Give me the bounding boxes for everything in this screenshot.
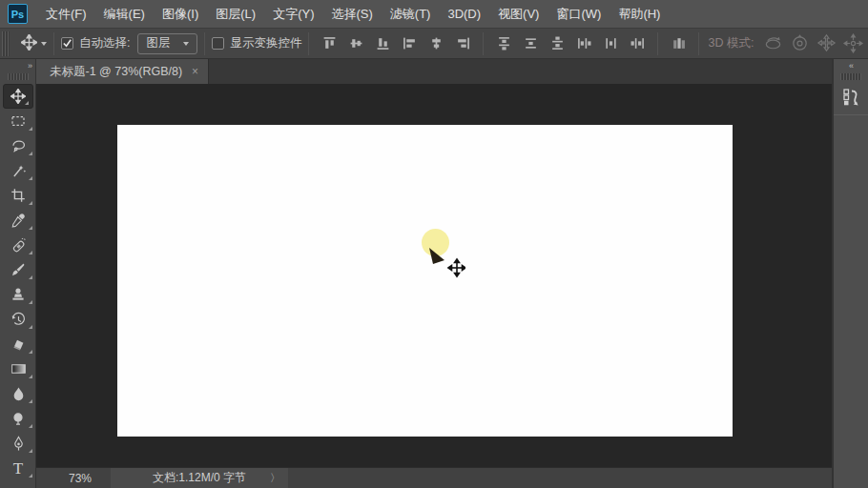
- menu-help[interactable]: 帮助(H): [610, 0, 669, 28]
- tool-type[interactable]: T: [0, 456, 36, 480]
- 3d-pan-icon: [815, 32, 837, 55]
- auto-select-target-dropdown[interactable]: 图层: [137, 33, 197, 54]
- show-transform-checkbox[interactable]: [212, 37, 224, 50]
- tool-flyout-indicator: [29, 350, 32, 354]
- tool-spot-healing-brush[interactable]: [0, 233, 36, 257]
- tool-dodge[interactable]: [0, 406, 36, 431]
- panel-grip[interactable]: [840, 73, 861, 80]
- history-panel-icon: [840, 87, 861, 108]
- tools-panel-header[interactable]: »: [0, 59, 35, 71]
- align-bottom-edges-icon[interactable]: [371, 32, 394, 55]
- tool-pen[interactable]: [0, 431, 36, 456]
- distribute-top-edges-icon[interactable]: [492, 32, 515, 55]
- tool-history-brush[interactable]: [0, 307, 36, 332]
- auto-select-checkbox[interactable]: [61, 37, 73, 50]
- 3d-rotate-icon: [761, 32, 784, 55]
- tool-clone-stamp[interactable]: [0, 282, 36, 307]
- tool-move[interactable]: [3, 84, 33, 109]
- tool-blur[interactable]: [0, 381, 36, 406]
- tool-lasso[interactable]: [0, 133, 36, 158]
- separator: [308, 32, 309, 55]
- tool-flyout-indicator: [29, 375, 32, 378]
- canvas-document[interactable]: [117, 125, 733, 437]
- 3d-mode-label: 3D 模式:: [708, 35, 754, 51]
- distribute-bottom-edges-icon[interactable]: [546, 32, 568, 55]
- document-tab-bar: 未标题-1 @ 73%(RGB/8) ×: [36, 59, 832, 84]
- cursor-arrow: [429, 248, 444, 264]
- menu-window[interactable]: 窗口(W): [548, 0, 610, 28]
- close-icon[interactable]: ×: [192, 65, 198, 78]
- menu-image[interactable]: 图像(I): [154, 0, 207, 28]
- canvas-pasteboard[interactable]: [36, 84, 832, 467]
- document-tab[interactable]: 未标题-1 @ 73%(RGB/8) ×: [36, 59, 209, 84]
- active-tool-preset[interactable]: [21, 34, 47, 53]
- menu-layer[interactable]: 图层(L): [207, 0, 264, 28]
- check-icon: [62, 38, 72, 49]
- separator: [698, 32, 699, 55]
- tool-flyout-indicator: [29, 152, 32, 155]
- tool-flyout-indicator: [29, 449, 32, 453]
- align-horizontal-centers-icon[interactable]: [424, 32, 447, 55]
- divider: [834, 114, 868, 115]
- chevron-down-icon: [41, 42, 47, 46]
- separator: [204, 32, 205, 55]
- document-info[interactable]: 文档:1.12M/0 字节 〉: [111, 468, 288, 488]
- panel-grip[interactable]: [8, 73, 29, 80]
- type-tool-icon: T: [13, 460, 23, 477]
- tool-flyout-indicator: [29, 127, 32, 131]
- auto-select-label: 自动选择:: [79, 35, 130, 51]
- document-tab-title: 未标题-1 @ 73%(RGB/8): [50, 64, 182, 80]
- tool-flyout-indicator: [29, 424, 32, 428]
- tool-flyout-indicator: [29, 201, 32, 205]
- separator: [483, 32, 484, 55]
- menu-view[interactable]: 视图(V): [489, 0, 548, 28]
- menu-select[interactable]: 选择(S): [322, 0, 381, 28]
- tool-eyedropper[interactable]: [0, 208, 36, 233]
- chevron-right-icon[interactable]: 〉: [270, 471, 280, 485]
- tool-gradient[interactable]: [0, 356, 36, 381]
- move-tool-cursor: [427, 248, 465, 284]
- panel-dock: «: [832, 59, 868, 488]
- photoshop-logo: Ps: [8, 4, 28, 24]
- tool-quick-selection[interactable]: [0, 158, 36, 183]
- align-top-edges-icon[interactable]: [318, 32, 341, 55]
- zoom-level-field[interactable]: 73%: [69, 472, 111, 485]
- tool-flyout-indicator: [29, 325, 32, 329]
- dropdown-value: 图层: [146, 35, 170, 51]
- tool-flyout-indicator: [29, 251, 32, 254]
- tool-flyout-indicator: [29, 474, 32, 478]
- align-right-edges-icon[interactable]: [451, 32, 474, 55]
- expand-panel-icon: »: [28, 61, 31, 71]
- distribute-horizontal-centers-icon[interactable]: [599, 32, 622, 55]
- panel-dock-header[interactable]: «: [834, 59, 868, 71]
- tool-eraser[interactable]: [0, 332, 36, 356]
- tool-flyout-indicator: [29, 300, 32, 304]
- tool-brush[interactable]: [0, 257, 36, 282]
- tool-rectangular-marquee[interactable]: [0, 109, 36, 133]
- separator: [53, 32, 54, 55]
- align-left-edges-icon[interactable]: [398, 32, 421, 55]
- distribute-right-edges-icon[interactable]: [626, 32, 649, 55]
- tools-panel: »: [0, 59, 36, 488]
- distribute-left-edges-icon[interactable]: [572, 32, 595, 55]
- menu-file[interactable]: 文件(F): [37, 0, 95, 28]
- menu-filter[interactable]: 滤镜(T): [382, 0, 440, 28]
- 3d-slide-icon: [841, 32, 864, 55]
- tool-crop[interactable]: [0, 183, 36, 208]
- menu-type[interactable]: 文字(Y): [264, 0, 322, 28]
- options-bar-grip[interactable]: [2, 31, 10, 56]
- menu-edit[interactable]: 编辑(E): [95, 0, 154, 28]
- auto-align-layers-icon[interactable]: [667, 32, 690, 55]
- cursor-move-cross-icon: [448, 259, 465, 276]
- show-transform-label: 显示变换控件: [230, 35, 301, 51]
- align-vertical-centers-icon[interactable]: [344, 32, 367, 55]
- distribute-vertical-centers-icon[interactable]: [519, 32, 542, 55]
- history-panel-button[interactable]: [837, 84, 865, 111]
- 3d-roll-icon: [788, 32, 811, 55]
- tool-flyout-indicator: [29, 226, 32, 230]
- separator: [657, 32, 658, 55]
- menu-3d[interactable]: 3D(D): [439, 0, 489, 28]
- tool-options-bar: 自动选择: 图层 显示变换控件 3D 模式:: [0, 29, 868, 59]
- chevron-down-icon: [183, 42, 189, 46]
- tool-flyout-indicator: [25, 101, 29, 105]
